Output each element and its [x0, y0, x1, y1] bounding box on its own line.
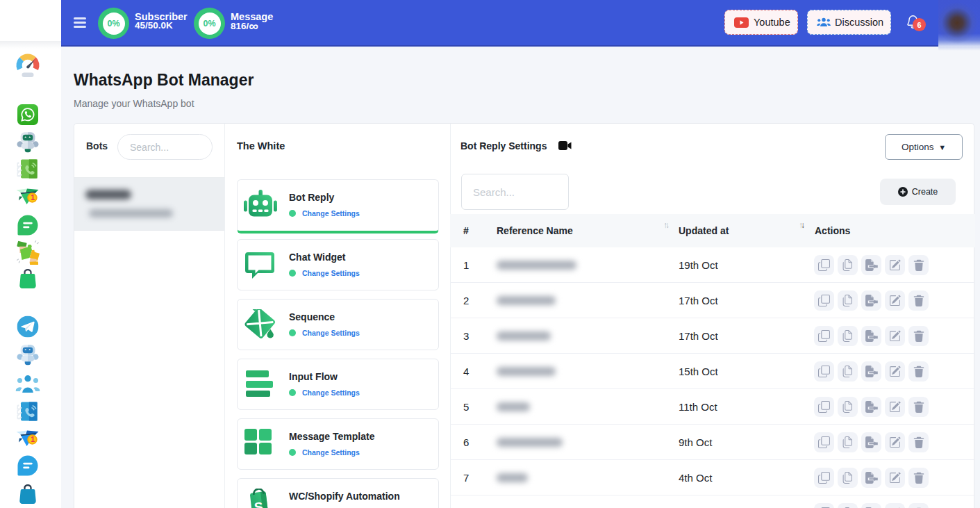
svg-text:1: 1: [31, 193, 35, 202]
svg-text:1: 1: [31, 435, 35, 443]
svg-text:S: S: [254, 499, 264, 508]
